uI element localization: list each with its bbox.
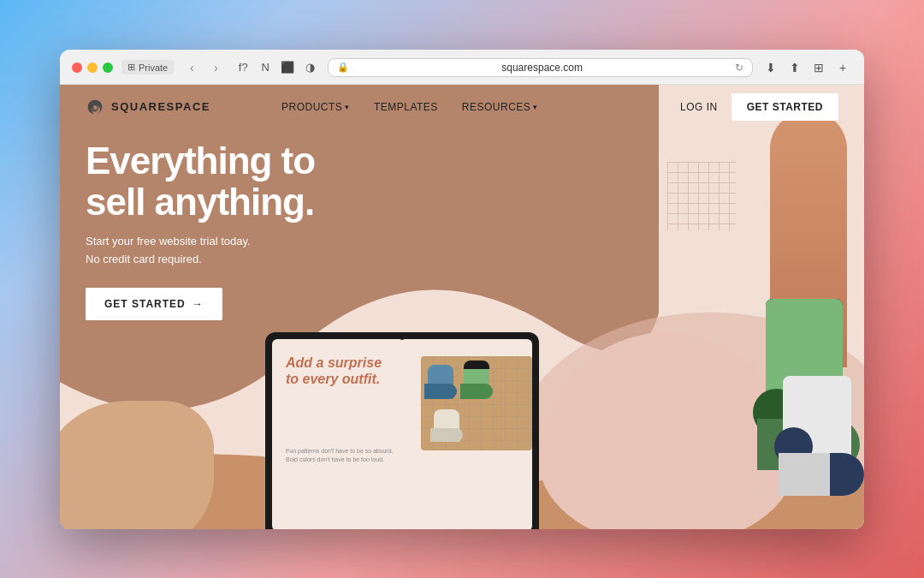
nav-right-actions: LOG IN GET STARTED [680,93,838,121]
hero-subtext: Start your free website trial today. No … [86,233,315,269]
nav-products[interactable]: PRODUCTS ▾ [281,101,350,113]
decorative-grid [667,162,736,230]
resources-chevron: ▾ [533,103,538,111]
share-icon[interactable]: ⬆ [785,58,804,77]
back-button[interactable]: ‹ [182,58,201,77]
traffic-light-red[interactable] [72,63,82,73]
private-mode-icon: ⊞ [127,62,135,73]
hero-cta-button[interactable]: GET STARTED → [86,288,222,320]
browser-toolbar-icons: f? N ⬛ ◑ [234,58,319,77]
browser-navigation: ‹ › [182,58,225,77]
hero-headline: Everything to sell anything. [86,140,315,223]
toolbar-shield-icon[interactable]: ◑ [300,58,319,77]
traffic-light-green[interactable] [103,63,113,73]
white-sock [779,359,864,496]
decorative-blob-tan [60,401,214,529]
logo-text: SQUARESPACE [111,100,210,113]
nav-links: PRODUCTS ▾ TEMPLATES RESOURCES ▾ [281,101,538,113]
laptop-screen-content: Add a surprise to every outfit. [272,339,532,529]
browser-window: ⊞ Private ‹ › f? N ⬛ ◑ 🔒 squarespace.com… [60,50,864,529]
laptop-body: Add a surprise to every outfit. [265,332,539,529]
site-navigation: SQUARESPACE PRODUCTS ▾ TEMPLATES RESOURC… [60,85,864,129]
nav-resources[interactable]: RESOURCES ▾ [462,101,538,113]
sock-navy-toe [830,453,864,496]
url-display: squarespace.com [354,62,730,74]
download-icon[interactable]: ⬇ [761,58,780,77]
leg-illustration [753,110,864,470]
traffic-lights [72,63,113,73]
toolbar-notion-icon[interactable]: N [256,58,275,77]
traffic-light-yellow[interactable] [87,63,98,73]
private-mode-label: Private [139,63,168,73]
laptop-product-image [421,356,532,450]
nav-templates[interactable]: TEMPLATES [374,101,438,113]
laptop-mockup: Add a surprise to every outfit. [265,332,539,529]
toolbar-fx-icon[interactable]: f? [234,58,252,77]
sock-decoration [753,110,864,470]
browser-right-icons: ⬇ ⬆ ⊞ + [761,58,852,77]
hero-section: Everything to sell anything. Start your … [86,140,315,320]
laptop-screen: Add a surprise to every outfit. [272,339,532,529]
address-bar[interactable]: 🔒 squarespace.com ↻ [328,58,753,77]
lock-icon: 🔒 [337,62,349,73]
browser-chrome: ⊞ Private ‹ › f? N ⬛ ◑ 🔒 squarespace.com… [60,50,864,85]
laptop-ad-body: Fun patterns don't have to be so absurd.… [286,447,397,464]
cta-arrow-icon: → [192,298,204,310]
forward-button[interactable]: › [206,58,225,77]
toolbar-dark-icon[interactable]: ⬛ [278,58,297,77]
grid-icon[interactable]: ⊞ [809,58,828,77]
new-tab-icon[interactable]: + [833,58,852,77]
private-mode-badge: ⊞ Private [121,60,174,74]
products-chevron: ▾ [345,103,350,111]
squarespace-logo[interactable]: SQUARESPACE [86,98,210,116]
get-started-nav-button[interactable]: GET STARTED [732,93,838,121]
squarespace-logo-icon [86,98,104,116]
login-link[interactable]: LOG IN [680,101,718,113]
website-content: SQUARESPACE PRODUCTS ▾ TEMPLATES RESOURC… [60,85,864,529]
refresh-icon[interactable]: ↻ [735,62,743,74]
